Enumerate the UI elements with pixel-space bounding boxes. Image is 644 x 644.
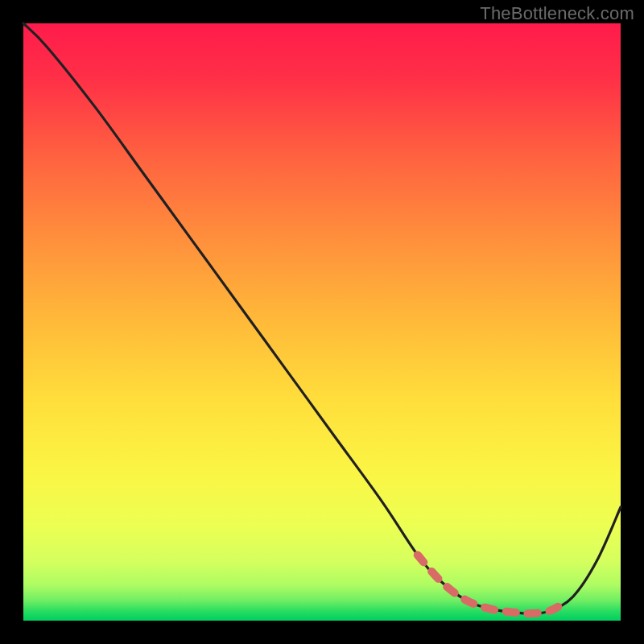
optimal-range-dash <box>418 555 561 613</box>
curve-layer <box>23 23 621 621</box>
chart-canvas: TheBottleneck.com <box>0 0 644 644</box>
bottleneck-curve <box>23 23 621 613</box>
watermark-text: TheBottleneck.com <box>480 3 634 24</box>
